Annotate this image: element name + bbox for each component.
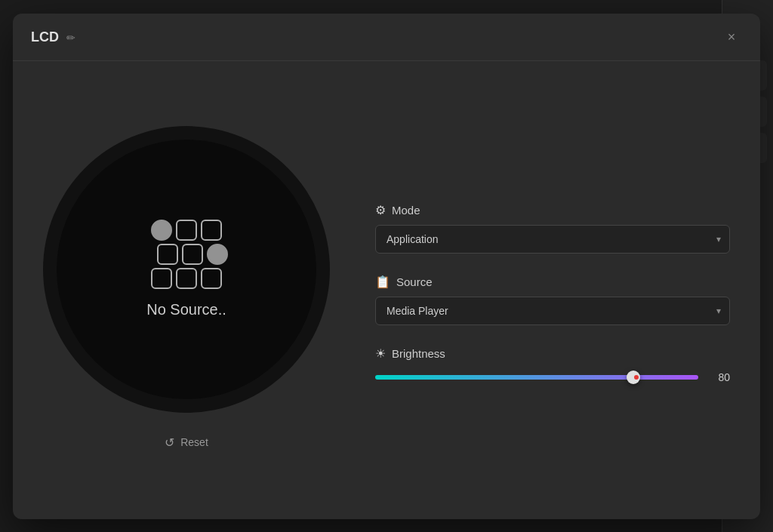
hex-outline (157, 244, 178, 265)
brightness-slider-container (375, 370, 698, 385)
brightness-row: 80 (375, 370, 730, 385)
no-source-text: No Source.. (146, 301, 226, 318)
lcd-inner: No Source.. (57, 140, 316, 399)
mode-select-wrapper: Application Game Custom ▾ (375, 225, 730, 254)
hex-outline (201, 220, 222, 241)
hex-row-2 (157, 244, 228, 265)
mode-label-text: Mode (392, 204, 420, 217)
close-button[interactable]: × (721, 27, 742, 48)
modal-title: LCD (31, 29, 59, 45)
hex-outline (182, 244, 203, 265)
modal-body: No Source.. ↺ Reset ⚙ Mode Application G (13, 61, 760, 519)
lcd-container: No Source.. ↺ Reset (43, 126, 330, 454)
modal-header: LCD ✏ × (13, 14, 760, 61)
lcd-icon-grid (145, 220, 228, 289)
hex-outline (176, 268, 197, 289)
source-icon: 📋 (375, 275, 390, 289)
mode-label: ⚙ Mode (375, 203, 730, 217)
source-label-text: Source (396, 275, 433, 288)
hex-filled (207, 244, 228, 265)
brightness-slider-dot (634, 375, 639, 380)
lcd-circle-wrapper: No Source.. (43, 126, 330, 413)
lcd-modal: LCD ✏ × (13, 14, 760, 519)
reset-label: Reset (180, 436, 208, 448)
mode-group: ⚙ Mode Application Game Custom ▾ (375, 203, 730, 254)
modal-title-group: LCD ✏ (31, 29, 75, 45)
brightness-slider-track (375, 375, 698, 380)
brightness-value: 80 (709, 371, 730, 383)
hex-filled (151, 220, 172, 241)
hex-outline (201, 268, 222, 289)
brightness-icon: ☀ (375, 346, 386, 361)
hex-row-1 (151, 220, 222, 241)
source-select[interactable]: Media Player Spotify VLC YouTube (375, 297, 730, 325)
hex-outline (176, 220, 197, 241)
edit-icon[interactable]: ✏ (66, 32, 75, 44)
source-select-wrapper: Media Player Spotify VLC YouTube ▾ (375, 297, 730, 325)
brightness-group: ☀ Brightness 80 (375, 346, 730, 385)
reset-button[interactable]: ↺ Reset (156, 431, 217, 454)
mode-select[interactable]: Application Game Custom (375, 225, 730, 254)
reset-icon: ↺ (165, 435, 174, 450)
source-group: 📋 Source Media Player Spotify VLC YouTub… (375, 275, 730, 325)
source-label: 📋 Source (375, 275, 730, 289)
hex-row-3 (151, 268, 222, 289)
hex-outline (151, 268, 172, 289)
lcd-controls: ⚙ Mode Application Game Custom ▾ 📋 Sourc… (375, 195, 730, 385)
brightness-label: ☀ Brightness (375, 346, 730, 361)
mode-icon: ⚙ (375, 203, 386, 217)
brightness-label-text: Brightness (392, 347, 445, 360)
